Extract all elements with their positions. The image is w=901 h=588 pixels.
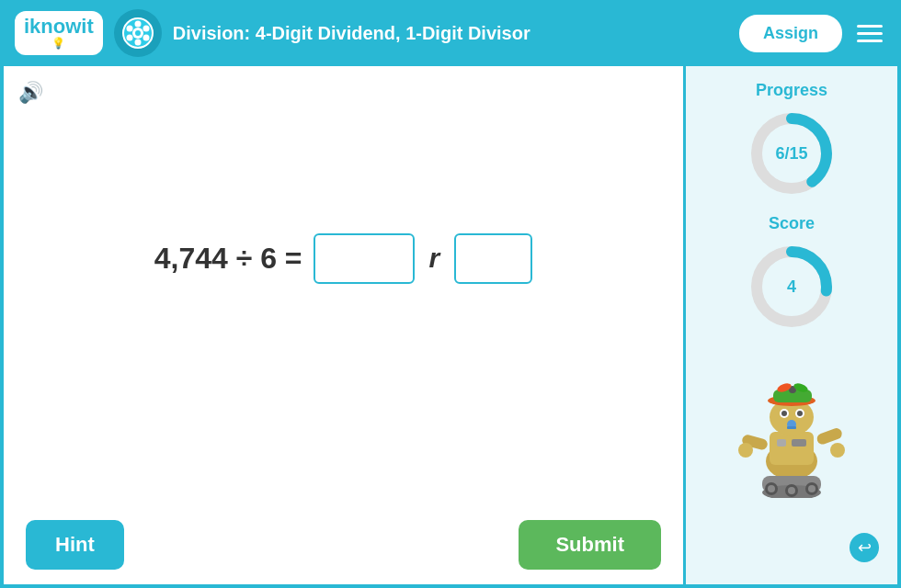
- score-text: 4: [787, 277, 796, 297]
- svg-point-2: [134, 21, 141, 28]
- progress-label: Progress: [756, 81, 827, 100]
- svg-point-4: [126, 26, 132, 32]
- svg-rect-23: [787, 426, 796, 429]
- score-label: Score: [769, 214, 815, 233]
- hamburger-line-3: [857, 40, 883, 42]
- hamburger-menu-button[interactable]: [853, 21, 886, 46]
- svg-point-7: [143, 35, 149, 41]
- bottom-buttons: Hint Submit: [4, 505, 683, 584]
- hint-button[interactable]: Hint: [26, 520, 124, 570]
- svg-point-31: [738, 443, 753, 458]
- hamburger-line-2: [857, 32, 883, 35]
- remainder-input[interactable]: [454, 233, 532, 284]
- lesson-title: Division: 4-Digit Dividend, 1-Digit Divi…: [173, 23, 728, 44]
- svg-point-8: [135, 30, 141, 36]
- robot-svg: [727, 351, 856, 498]
- svg-point-3: [134, 40, 141, 46]
- svg-rect-14: [770, 432, 814, 465]
- quotient-input[interactable]: [314, 233, 415, 284]
- logo-bulb: 💡: [51, 37, 65, 50]
- svg-rect-30: [815, 426, 843, 446]
- score-donut: 4: [746, 241, 838, 333]
- progress-donut: 6/15: [746, 107, 838, 199]
- logo-box: iknowit 💡: [15, 11, 103, 55]
- svg-point-38: [768, 485, 775, 492]
- right-panel: Progress 6/15 Score 4: [686, 66, 897, 584]
- math-expression: 4,744 ÷ 6 =: [154, 242, 302, 276]
- submit-button[interactable]: Submit: [519, 520, 661, 570]
- sound-button[interactable]: 🔊: [18, 81, 43, 105]
- logo-text: iknowit: [24, 17, 94, 37]
- svg-point-39: [788, 487, 795, 494]
- problem-area: 4,744 ÷ 6 = r: [4, 66, 683, 505]
- robot-illustration: [727, 351, 856, 498]
- svg-point-6: [126, 35, 132, 41]
- remainder-label: r: [429, 243, 440, 274]
- hamburger-line-1: [857, 25, 883, 28]
- svg-point-19: [781, 411, 787, 416]
- film-reel-svg: [121, 17, 154, 50]
- svg-point-5: [143, 26, 149, 32]
- svg-point-21: [797, 411, 803, 416]
- assign-button[interactable]: Assign: [739, 15, 842, 52]
- progress-text: 6/15: [775, 144, 807, 164]
- svg-point-40: [808, 485, 815, 492]
- svg-rect-16: [792, 439, 806, 447]
- back-button[interactable]: ↩: [850, 533, 879, 562]
- left-panel: 🔊 4,744 ÷ 6 = r Hint Submit: [4, 66, 686, 584]
- main-content: 🔊 4,744 ÷ 6 = r Hint Submit Progress 6/1…: [0, 66, 901, 588]
- film-icon: [114, 9, 162, 57]
- svg-point-32: [830, 443, 845, 458]
- svg-rect-15: [777, 439, 786, 447]
- header: iknowit 💡 Division: 4-Digit Dividend, 1-…: [0, 0, 901, 66]
